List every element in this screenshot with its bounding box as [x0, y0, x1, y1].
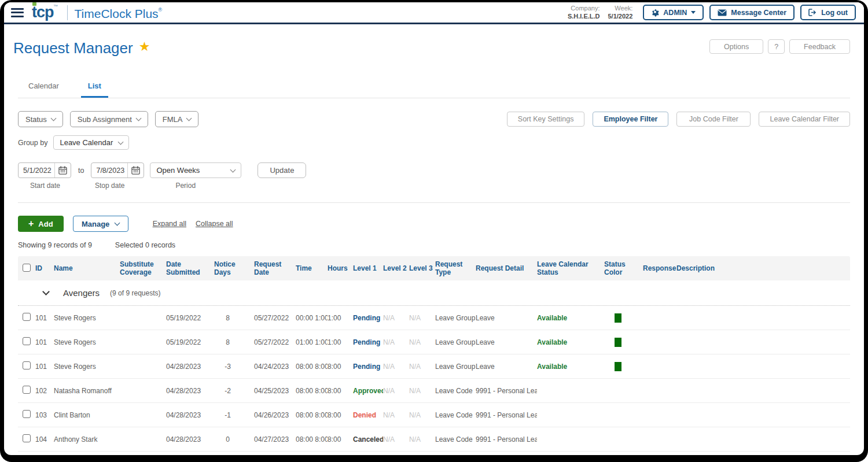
table-row[interactable]: 101 Steve Rogers 05/19/2022 8 05/27/2022…	[18, 330, 850, 354]
cell-id: 101	[35, 314, 54, 322]
help-button[interactable]: ?	[768, 39, 785, 54]
cell-notice-days: 8	[214, 314, 254, 322]
favorite-star-icon[interactable]: ★	[139, 39, 150, 54]
row-checkbox[interactable]	[23, 361, 31, 369]
cell-status-color	[604, 362, 643, 371]
row-checkbox[interactable]	[23, 386, 31, 394]
table-row[interactable]: 101 Steve Rogers 05/19/2022 8 05/27/2022…	[18, 306, 850, 330]
cell-request-detail: Leave	[476, 314, 537, 322]
status-color-swatch	[615, 338, 621, 347]
logo-divider	[67, 5, 68, 20]
sort-key-settings-button[interactable]: Sort Key Settings	[507, 112, 585, 127]
cell-level-3: N/A	[409, 363, 435, 371]
row-checkbox[interactable]	[23, 313, 31, 321]
message-center-button[interactable]: Message Center	[709, 5, 795, 20]
cell-request-type: Leave Code	[435, 387, 476, 395]
column-header[interactable]: Description	[676, 264, 850, 272]
cell-level-3: N/A	[409, 314, 435, 322]
table-row[interactable]: 102 Natasha Romanoff 04/28/2023 -2 04/25…	[18, 379, 850, 403]
status-filter-chip[interactable]: Status	[18, 111, 63, 127]
column-header[interactable]: Status Color	[604, 260, 643, 276]
column-header[interactable]: Request Date	[254, 260, 296, 276]
gear-icon	[651, 9, 659, 17]
cell-request-type: Leave Group	[435, 338, 476, 346]
column-header[interactable]: Name	[54, 264, 120, 272]
feedback-button[interactable]: Feedback	[789, 39, 850, 54]
select-all-checkbox[interactable]	[23, 264, 31, 272]
table-row[interactable]: 101 Steve Rogers 04/28/2023 -3 04/24/202…	[18, 354, 850, 379]
cell-request-detail: Leave	[476, 363, 537, 371]
cell-request-type: Leave Group	[435, 314, 476, 322]
row-checkbox[interactable]	[23, 434, 31, 442]
sub-assignment-filter-chip[interactable]: Sub Assignment	[70, 111, 148, 127]
week-value: 5/1/2022	[608, 13, 633, 21]
logout-button[interactable]: Log out	[800, 5, 856, 20]
column-header[interactable]: Date Submitted	[166, 260, 214, 276]
table-row[interactable]: 103 Clint Barton 04/28/2023 -1 04/26/202…	[18, 403, 850, 427]
expand-all-link[interactable]: Expand all	[153, 220, 186, 228]
cell-name: Natasha Romanoff	[54, 387, 120, 395]
row-checkbox[interactable]	[23, 410, 31, 418]
employee-filter-button[interactable]: Employee Filter	[593, 112, 668, 127]
group-by-select[interactable]: Leave Calendar	[53, 135, 129, 150]
cell-id: 101	[35, 338, 54, 346]
admin-menu-button[interactable]: ADMIN	[643, 5, 704, 20]
collapse-all-link[interactable]: Collapse all	[196, 220, 233, 228]
status-color-swatch	[615, 313, 621, 323]
cell-level-2: N/A	[383, 338, 409, 346]
week-label: Week:	[615, 5, 632, 13]
cell-request-date: 04/24/2023	[254, 363, 296, 371]
cell-hours: 8:00	[328, 435, 353, 443]
update-button[interactable]: Update	[258, 162, 306, 178]
group-count: (9 of 9 requests)	[110, 289, 160, 297]
manage-button[interactable]: Manage	[73, 216, 128, 232]
add-button[interactable]: +Add	[18, 216, 64, 232]
cell-level-1-status: Denied	[353, 411, 383, 419]
period-select[interactable]: Open Weeks	[150, 162, 241, 178]
options-button[interactable]: Options	[709, 39, 763, 54]
cell-hours: 8:00	[328, 411, 353, 419]
column-header[interactable]: Level 2	[383, 264, 409, 272]
cell-time: 08:00 8:00	[296, 435, 328, 443]
group-row-avengers: Avengers (9 of 9 requests)	[18, 280, 850, 306]
cell-level-1-status: Pending	[353, 363, 383, 371]
job-code-filter-button[interactable]: Job Code Filter	[676, 112, 751, 127]
cell-id: 101	[35, 363, 54, 371]
table-row[interactable]: 101 Steve Rogers Not Found 06/21/2023 -1…	[18, 452, 850, 455]
caret-down-icon	[691, 11, 696, 14]
cell-date-submitted: 04/28/2023	[166, 363, 214, 371]
leave-calendar-filter-button[interactable]: Leave Calendar Filter	[759, 112, 850, 127]
fmla-filter-chip[interactable]: FMLA	[155, 111, 199, 127]
column-header[interactable]: Level 1	[353, 264, 383, 272]
showing-records-text: Showing 9 records of 9	[18, 241, 92, 249]
start-date-input[interactable]: 5/1/2022	[19, 167, 54, 175]
column-header[interactable]: Response	[643, 264, 676, 272]
app-screen: tcp™ TimeClock Plus® Company: S.H.I.E.L.…	[4, 2, 864, 455]
tab-calendar[interactable]: Calendar	[21, 77, 66, 98]
start-date-calendar-icon[interactable]	[54, 163, 71, 178]
column-header[interactable]: Hours	[328, 264, 353, 272]
stop-date-field: 7/8/2023	[91, 162, 144, 178]
cell-id: 103	[35, 411, 54, 419]
column-header[interactable]: ID	[35, 264, 54, 272]
column-header[interactable]: Time	[296, 264, 328, 272]
hamburger-menu-icon[interactable]	[11, 8, 24, 17]
stop-date-calendar-icon[interactable]	[127, 163, 144, 178]
group-collapse-chevron-icon[interactable]	[42, 288, 50, 295]
stop-date-input[interactable]: 7/8/2023	[91, 167, 127, 175]
chevron-down-icon	[50, 116, 56, 121]
column-header[interactable]: Request Type	[435, 260, 476, 276]
cell-name: Steve Rogers	[54, 314, 120, 322]
row-checkbox[interactable]	[23, 337, 31, 345]
table-row[interactable]: 104 Anthony Stark 04/28/2023 0 04/27/202…	[18, 427, 850, 452]
tab-list[interactable]: List	[81, 77, 108, 98]
period-label: Period	[175, 182, 196, 190]
group-by-label: Group by	[18, 139, 47, 147]
to-label: to	[78, 167, 84, 175]
column-header[interactable]: Substitute Coverage	[120, 260, 166, 276]
column-header[interactable]: Request Detail	[476, 264, 537, 272]
cell-time: 00:00 1:00	[296, 314, 328, 322]
column-header[interactable]: Leave Calendar Status	[537, 260, 604, 276]
column-header[interactable]: Notice Days	[214, 260, 254, 276]
column-header[interactable]: Level 3	[409, 264, 435, 272]
